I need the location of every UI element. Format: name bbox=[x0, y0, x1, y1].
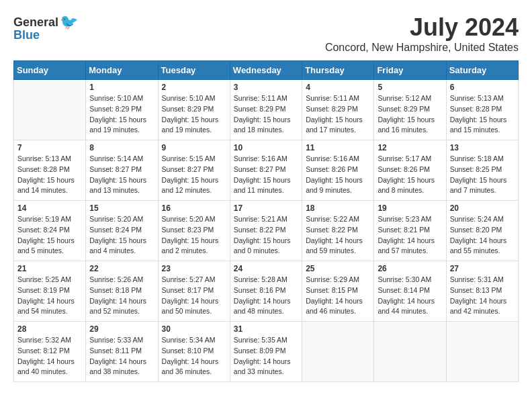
calendar-cell: 23Sunrise: 5:27 AMSunset: 8:17 PMDayligh… bbox=[158, 261, 230, 322]
calendar-cell: 1Sunrise: 5:10 AMSunset: 8:29 PMDaylight… bbox=[86, 80, 158, 140]
calendar: SundayMondayTuesdayWednesdayThursdayFrid… bbox=[13, 60, 519, 382]
day-info: Sunrise: 5:20 AMSunset: 8:23 PMDaylight:… bbox=[162, 214, 226, 257]
day-info: Sunrise: 5:18 AMSunset: 8:25 PMDaylight:… bbox=[450, 154, 515, 196]
calendar-cell: 30Sunrise: 5:34 AMSunset: 8:10 PMDayligh… bbox=[158, 322, 230, 382]
day-number: 11 bbox=[306, 143, 370, 152]
day-number: 14 bbox=[17, 203, 82, 213]
day-info: Sunrise: 5:20 AMSunset: 8:24 PMDaylight:… bbox=[89, 214, 154, 257]
day-info: Sunrise: 5:28 AMSunset: 8:16 PMDaylight:… bbox=[234, 275, 298, 317]
day-info: Sunrise: 5:23 AMSunset: 8:21 PMDaylight:… bbox=[378, 214, 442, 257]
day-number: 12 bbox=[378, 143, 442, 152]
calendar-cell: 15Sunrise: 5:20 AMSunset: 8:24 PMDayligh… bbox=[86, 201, 158, 261]
day-number: 15 bbox=[89, 203, 154, 213]
day-number: 26 bbox=[378, 264, 442, 273]
calendar-cell: 10Sunrise: 5:16 AMSunset: 8:27 PMDayligh… bbox=[230, 140, 302, 201]
day-number: 3 bbox=[234, 83, 298, 92]
day-info: Sunrise: 5:24 AMSunset: 8:20 PMDaylight:… bbox=[450, 214, 515, 257]
day-info: Sunrise: 5:31 AMSunset: 8:13 PMDaylight:… bbox=[450, 275, 515, 317]
calendar-week-4: 21Sunrise: 5:25 AMSunset: 8:19 PMDayligh… bbox=[14, 261, 519, 322]
day-number: 7 bbox=[17, 143, 82, 152]
calendar-week-1: 1Sunrise: 5:10 AMSunset: 8:29 PMDaylight… bbox=[14, 80, 519, 140]
calendar-header-tuesday: Tuesday bbox=[158, 61, 230, 80]
calendar-cell: 22Sunrise: 5:26 AMSunset: 8:18 PMDayligh… bbox=[86, 261, 158, 322]
logo: General 🐦 Blue bbox=[13, 13, 78, 42]
day-number: 10 bbox=[234, 143, 298, 152]
day-number: 8 bbox=[89, 143, 154, 152]
calendar-cell: 3Sunrise: 5:11 AMSunset: 8:29 PMDaylight… bbox=[230, 80, 302, 140]
calendar-cell: 16Sunrise: 5:20 AMSunset: 8:23 PMDayligh… bbox=[158, 201, 230, 261]
day-number: 20 bbox=[450, 203, 515, 213]
logo-text-general: General bbox=[13, 15, 58, 30]
location-title: Concord, New Hampshire, United States bbox=[325, 42, 519, 54]
day-info: Sunrise: 5:16 AMSunset: 8:26 PMDaylight:… bbox=[306, 154, 370, 196]
day-info: Sunrise: 5:11 AMSunset: 8:29 PMDaylight:… bbox=[306, 93, 370, 136]
calendar-week-5: 28Sunrise: 5:32 AMSunset: 8:12 PMDayligh… bbox=[14, 322, 519, 382]
calendar-cell: 9Sunrise: 5:15 AMSunset: 8:27 PMDaylight… bbox=[158, 140, 230, 201]
calendar-cell: 2Sunrise: 5:10 AMSunset: 8:29 PMDaylight… bbox=[158, 80, 230, 140]
day-info: Sunrise: 5:27 AMSunset: 8:17 PMDaylight:… bbox=[162, 275, 226, 317]
day-info: Sunrise: 5:32 AMSunset: 8:12 PMDaylight:… bbox=[17, 335, 82, 377]
calendar-week-2: 7Sunrise: 5:13 AMSunset: 8:28 PMDaylight… bbox=[14, 140, 519, 201]
day-number: 16 bbox=[162, 203, 226, 213]
calendar-cell bbox=[446, 322, 518, 382]
logo-text-blue: Blue bbox=[13, 28, 40, 42]
calendar-cell: 14Sunrise: 5:19 AMSunset: 8:24 PMDayligh… bbox=[14, 201, 86, 261]
day-info: Sunrise: 5:10 AMSunset: 8:29 PMDaylight:… bbox=[89, 93, 154, 136]
calendar-header-row: SundayMondayTuesdayWednesdayThursdayFrid… bbox=[14, 61, 519, 80]
day-info: Sunrise: 5:33 AMSunset: 8:11 PMDaylight:… bbox=[89, 335, 154, 377]
day-info: Sunrise: 5:25 AMSunset: 8:19 PMDaylight:… bbox=[17, 275, 82, 317]
day-number: 31 bbox=[234, 324, 298, 334]
calendar-cell: 24Sunrise: 5:28 AMSunset: 8:16 PMDayligh… bbox=[230, 261, 302, 322]
day-info: Sunrise: 5:15 AMSunset: 8:27 PMDaylight:… bbox=[162, 154, 226, 196]
day-info: Sunrise: 5:17 AMSunset: 8:26 PMDaylight:… bbox=[378, 154, 442, 196]
day-number: 1 bbox=[89, 83, 154, 92]
day-number: 6 bbox=[450, 83, 515, 92]
day-number: 24 bbox=[234, 264, 298, 273]
day-info: Sunrise: 5:13 AMSunset: 8:28 PMDaylight:… bbox=[450, 93, 515, 136]
calendar-cell: 17Sunrise: 5:21 AMSunset: 8:22 PMDayligh… bbox=[230, 201, 302, 261]
day-info: Sunrise: 5:26 AMSunset: 8:18 PMDaylight:… bbox=[89, 275, 154, 317]
day-info: Sunrise: 5:30 AMSunset: 8:14 PMDaylight:… bbox=[378, 275, 442, 317]
calendar-cell: 31Sunrise: 5:35 AMSunset: 8:09 PMDayligh… bbox=[230, 322, 302, 382]
day-info: Sunrise: 5:16 AMSunset: 8:27 PMDaylight:… bbox=[234, 154, 298, 196]
day-info: Sunrise: 5:29 AMSunset: 8:15 PMDaylight:… bbox=[306, 275, 370, 317]
day-number: 25 bbox=[306, 264, 370, 273]
day-number: 13 bbox=[450, 143, 515, 152]
calendar-cell: 26Sunrise: 5:30 AMSunset: 8:14 PMDayligh… bbox=[374, 261, 446, 322]
day-number: 18 bbox=[306, 203, 370, 213]
month-title: July 2024 bbox=[325, 13, 519, 42]
calendar-header-saturday: Saturday bbox=[446, 61, 518, 80]
day-info: Sunrise: 5:12 AMSunset: 8:29 PMDaylight:… bbox=[378, 93, 442, 136]
calendar-cell: 5Sunrise: 5:12 AMSunset: 8:29 PMDaylight… bbox=[374, 80, 446, 140]
day-number: 22 bbox=[89, 264, 154, 273]
calendar-cell: 13Sunrise: 5:18 AMSunset: 8:25 PMDayligh… bbox=[446, 140, 518, 201]
calendar-header-thursday: Thursday bbox=[302, 61, 374, 80]
calendar-cell: 27Sunrise: 5:31 AMSunset: 8:13 PMDayligh… bbox=[446, 261, 518, 322]
calendar-header-friday: Friday bbox=[374, 61, 446, 80]
calendar-cell: 12Sunrise: 5:17 AMSunset: 8:26 PMDayligh… bbox=[374, 140, 446, 201]
header: General 🐦 Blue July 2024 Concord, New Ha… bbox=[13, 13, 519, 54]
calendar-cell: 28Sunrise: 5:32 AMSunset: 8:12 PMDayligh… bbox=[14, 322, 86, 382]
day-number: 2 bbox=[162, 83, 226, 92]
day-info: Sunrise: 5:11 AMSunset: 8:29 PMDaylight:… bbox=[234, 93, 298, 136]
logo-bird-icon: 🐦 bbox=[60, 13, 78, 31]
day-info: Sunrise: 5:22 AMSunset: 8:22 PMDaylight:… bbox=[306, 214, 370, 257]
day-info: Sunrise: 5:35 AMSunset: 8:09 PMDaylight:… bbox=[234, 335, 298, 377]
calendar-cell bbox=[302, 322, 374, 382]
calendar-cell: 7Sunrise: 5:13 AMSunset: 8:28 PMDaylight… bbox=[14, 140, 86, 201]
day-number: 5 bbox=[378, 83, 442, 92]
calendar-cell: 4Sunrise: 5:11 AMSunset: 8:29 PMDaylight… bbox=[302, 80, 374, 140]
calendar-header-monday: Monday bbox=[86, 61, 158, 80]
day-number: 9 bbox=[162, 143, 226, 152]
calendar-body: 1Sunrise: 5:10 AMSunset: 8:29 PMDaylight… bbox=[14, 80, 519, 382]
day-info: Sunrise: 5:10 AMSunset: 8:29 PMDaylight:… bbox=[162, 93, 226, 136]
calendar-cell: 29Sunrise: 5:33 AMSunset: 8:11 PMDayligh… bbox=[86, 322, 158, 382]
day-info: Sunrise: 5:14 AMSunset: 8:27 PMDaylight:… bbox=[89, 154, 154, 196]
calendar-cell bbox=[14, 80, 86, 140]
calendar-cell: 11Sunrise: 5:16 AMSunset: 8:26 PMDayligh… bbox=[302, 140, 374, 201]
day-number: 21 bbox=[17, 264, 82, 273]
calendar-header-sunday: Sunday bbox=[14, 61, 86, 80]
calendar-cell: 18Sunrise: 5:22 AMSunset: 8:22 PMDayligh… bbox=[302, 201, 374, 261]
day-number: 27 bbox=[450, 264, 515, 273]
day-number: 4 bbox=[306, 83, 370, 92]
